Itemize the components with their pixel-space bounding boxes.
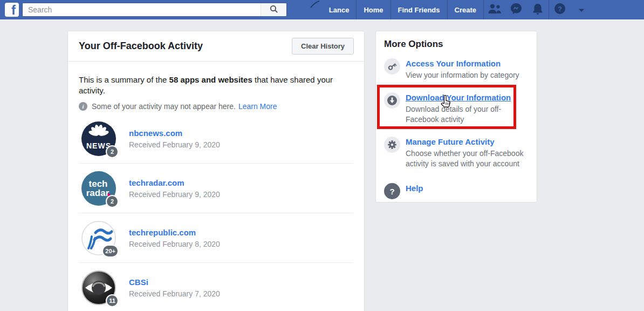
facebook-logo[interactable]: f	[5, 3, 19, 17]
notice-text: Some of your activity may not appear her…	[92, 102, 236, 111]
clear-history-button[interactable]: Clear History	[292, 38, 354, 55]
svg-text:?: ?	[389, 187, 394, 196]
friend-requests-button[interactable]	[484, 0, 505, 19]
app-row-nbcnews[interactable]: NEWS 2 nbcnews.com Received February 9, …	[79, 114, 353, 164]
search-icon	[270, 5, 278, 15]
messenger-button[interactable]	[505, 0, 527, 19]
search-bar	[22, 3, 287, 17]
download-your-information-description: Download details of your off-Facebook ac…	[406, 104, 525, 125]
download-your-information-link[interactable]: Download Your Information	[406, 93, 525, 102]
notifications-button[interactable]	[527, 0, 549, 19]
help-button[interactable]: ?	[549, 0, 571, 19]
app-received-date: Received February 9, 2020	[129, 140, 220, 149]
manage-future-activity-link[interactable]: Manage Future Activity	[406, 137, 525, 146]
account-caret-icon	[578, 5, 585, 15]
app-row-cbsi[interactable]: 11 CBSi Received February 7, 2020	[79, 263, 353, 311]
activity-count-badge: 11	[106, 294, 119, 307]
search-button[interactable]	[261, 3, 286, 16]
avatar: 20+	[81, 221, 116, 255]
nav-profile-link[interactable]: Lance	[322, 0, 357, 19]
manage-future-activity-item[interactable]: Manage Future Activity Choose whether yo…	[384, 137, 529, 169]
summary-text: This is a summary of the 58 apps and web…	[79, 75, 353, 96]
nav-home-link[interactable]: Home	[357, 0, 390, 19]
key-icon	[384, 58, 400, 75]
nav-create-link[interactable]: Create	[448, 0, 483, 19]
search-input[interactable]	[23, 3, 261, 16]
app-name-link[interactable]: techradar.com	[129, 178, 220, 187]
app-received-date: Received February 7, 2020	[129, 289, 220, 298]
page-title: Your Off-Facebook Activity	[79, 40, 203, 52]
off-facebook-activity-card: Your Off-Facebook Activity Clear History…	[67, 31, 365, 311]
help-item[interactable]: ? Help	[384, 183, 529, 199]
activity-notice: i Some of your activity may not appear h…	[79, 102, 353, 111]
question-icon: ?	[384, 183, 400, 199]
download-icon	[384, 92, 400, 109]
app-received-date: Received February 8, 2020	[129, 240, 220, 248]
info-icon: i	[79, 102, 87, 111]
activity-count-badge: 2	[106, 145, 119, 158]
friends-icon	[488, 3, 502, 16]
help-icon: ?	[554, 3, 566, 17]
more-options-card: More Options Access Your Information Vie…	[375, 31, 537, 202]
activity-count-badge: 2	[106, 195, 119, 208]
access-your-information-link[interactable]: Access Your Information	[406, 59, 519, 68]
download-your-information-item[interactable]: Download Your Information Download detai…	[384, 92, 529, 125]
card-body: This is a summary of the 58 apps and web…	[68, 62, 364, 311]
access-your-information-description: View your information by category	[406, 70, 519, 80]
more-options-title: More Options	[384, 39, 529, 50]
activity-count-badge: 20+	[102, 245, 119, 258]
app-name-link[interactable]: techrepublic.com	[129, 228, 220, 237]
navbar-right: Lance Home Find Friends Create	[322, 0, 592, 19]
learn-more-link[interactable]: Learn More	[238, 102, 277, 111]
app-row-techrepublic[interactable]: 20+ techrepublic.com Received February 8…	[79, 213, 353, 263]
avatar: tech radar 2	[81, 171, 116, 206]
top-navbar: f Lance Home Find Friends Create	[0, 0, 644, 19]
app-list: NEWS 2 nbcnews.com Received February 9, …	[79, 114, 353, 311]
messenger-icon	[510, 2, 523, 17]
app-name-link[interactable]: nbcnews.com	[129, 129, 220, 138]
app-name-link[interactable]: CBSi	[129, 278, 220, 287]
nav-find-friends-link[interactable]: Find Friends	[391, 0, 447, 19]
app-received-date: Received February 9, 2020	[129, 190, 220, 199]
card-header: Your Off-Facebook Activity Clear History	[68, 31, 364, 62]
notifications-icon	[532, 3, 544, 17]
manage-future-activity-description: Choose whether your off-Facebook activit…	[406, 148, 525, 169]
svg-text:radar: radar	[86, 188, 109, 198]
help-link[interactable]: Help	[406, 184, 423, 193]
gear-icon	[384, 137, 400, 153]
summary-count: 58 apps and websites	[169, 75, 252, 84]
avatar: NEWS 2	[81, 121, 116, 156]
account-menu-button[interactable]	[571, 0, 592, 19]
access-your-information-item[interactable]: Access Your Information View your inform…	[384, 58, 529, 80]
svg-text:?: ?	[558, 5, 562, 13]
app-row-techradar[interactable]: tech radar 2 techradar.com Received Febr…	[79, 164, 353, 213]
avatar: 11	[81, 271, 116, 305]
